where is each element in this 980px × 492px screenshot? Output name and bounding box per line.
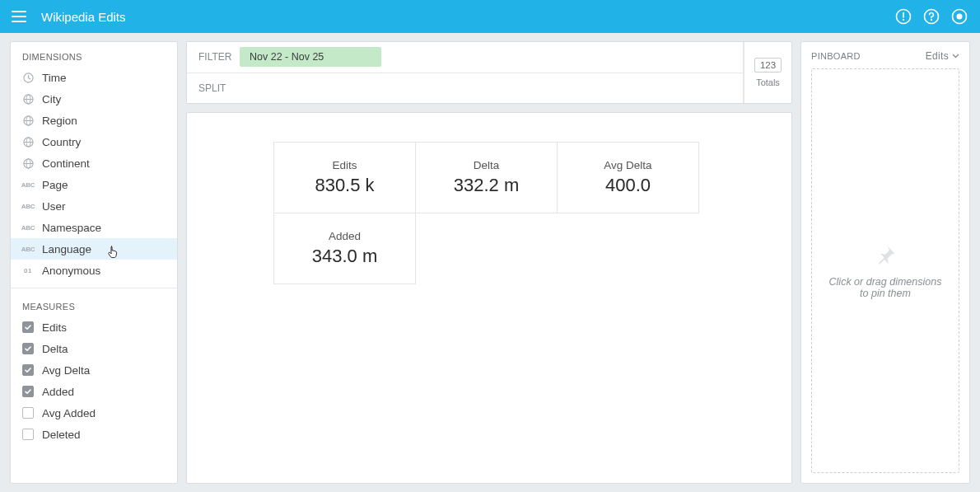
clock-icon xyxy=(22,72,34,83)
globe-icon xyxy=(22,115,34,126)
measure-label: Edits xyxy=(42,321,67,334)
filter-bar[interactable]: FILTER Nov 22 - Nov 25 xyxy=(187,42,744,73)
top-bar: Wikipedia Edits xyxy=(0,0,980,33)
measure-checkbox[interactable] xyxy=(22,407,34,419)
tile-value: 400.0 xyxy=(605,175,651,196)
dimensions-list: TimeCityRegionCountryContinentABCPageABC… xyxy=(11,67,177,281)
canvas: Edits830.5 kDelta332.2 mAvg Delta400.0Ad… xyxy=(186,112,792,484)
svg-point-7 xyxy=(931,19,932,21)
dimension-item[interactable]: Continent xyxy=(11,152,177,174)
dimension-label: Language xyxy=(42,243,91,255)
chevron-down-icon xyxy=(952,54,959,59)
abc-icon: ABC xyxy=(22,222,34,233)
measure-label: Avg Delta xyxy=(42,364,90,377)
dimension-label: Region xyxy=(42,115,77,127)
target-icon[interactable] xyxy=(950,7,968,26)
measure-item[interactable]: Avg Added xyxy=(11,402,177,424)
dimension-item[interactable]: ABCNamespace xyxy=(11,217,177,238)
measure-label: Avg Added xyxy=(42,407,96,419)
measure-checkbox[interactable] xyxy=(22,321,34,333)
svg-point-9 xyxy=(957,14,963,20)
dimension-label: Time xyxy=(42,72,67,84)
tile-title: Avg Delta xyxy=(604,159,651,171)
filter-label: FILTER xyxy=(198,51,240,63)
menu-icon[interactable] xyxy=(12,8,28,25)
totals-grid: Edits830.5 kDelta332.2 mAvg Delta400.0Ad… xyxy=(274,143,699,284)
globe-icon xyxy=(22,93,34,105)
measure-item[interactable]: Delta xyxy=(11,338,177,359)
dimension-item[interactable]: Time xyxy=(11,67,177,88)
dimension-item[interactable]: Region xyxy=(11,110,177,131)
dimension-item[interactable]: ABCUser xyxy=(11,195,177,217)
sidebar: DIMENSIONS TimeCityRegionCountryContinen… xyxy=(10,41,178,484)
total-tile[interactable]: Avg Delta400.0 xyxy=(557,142,699,213)
measure-item[interactable]: Edits xyxy=(11,316,177,338)
split-label: SPLIT xyxy=(198,82,240,94)
split-bar[interactable]: SPLIT xyxy=(187,73,744,104)
abc-icon: ABC xyxy=(22,179,34,190)
main-area: FILTER Nov 22 - Nov 25 SPLIT 123 Totals … xyxy=(186,41,792,484)
pinboard-heading: PINBOARD xyxy=(811,51,861,61)
dimension-label: Anonymous xyxy=(42,265,100,277)
tile-value: 332.2 m xyxy=(454,175,520,196)
measure-label: Deleted xyxy=(42,429,81,441)
dimension-item[interactable]: City xyxy=(11,88,177,110)
totals-box: 123 Totals xyxy=(744,42,791,103)
pinboard-placeholder-1: Click or drag dimensions xyxy=(829,276,942,288)
tile-title: Delta xyxy=(474,159,500,171)
tile-title: Added xyxy=(329,230,361,242)
pinboard-dropzone[interactable]: Click or drag dimensions to pin them xyxy=(811,68,959,473)
filter-pill[interactable]: Nov 22 - Nov 25 xyxy=(240,47,381,67)
measure-item[interactable]: Deleted xyxy=(11,424,177,445)
tile-value: 830.5 k xyxy=(315,175,374,196)
measure-label: Added xyxy=(42,386,74,398)
totals-label: Totals xyxy=(756,77,780,87)
measure-item[interactable]: Added xyxy=(11,381,177,402)
pinboard-measure-label: Edits xyxy=(926,50,949,62)
help-icon[interactable] xyxy=(922,7,940,26)
measure-checkbox[interactable] xyxy=(22,343,34,354)
total-tile[interactable]: Delta332.2 m xyxy=(415,142,558,213)
dimension-label: Page xyxy=(42,179,68,191)
pinboard-panel: PINBOARD Edits Click or drag dimensions … xyxy=(800,41,970,484)
globe-icon xyxy=(22,136,34,148)
dimension-label: Namespace xyxy=(42,222,101,234)
measure-checkbox[interactable] xyxy=(22,429,34,440)
app-title: Wikipedia Edits xyxy=(41,10,126,24)
dimensions-heading: DIMENSIONS xyxy=(11,42,177,67)
dimension-item[interactable]: Country xyxy=(11,131,177,152)
totals-toggle[interactable]: 123 xyxy=(754,58,782,73)
dimension-item[interactable]: ABCPage xyxy=(11,174,177,195)
abc-icon: ABC xyxy=(22,243,34,255)
sidebar-divider xyxy=(11,288,177,288)
dimension-label: City xyxy=(42,93,61,105)
dimension-item[interactable]: 01Anonymous xyxy=(11,260,177,281)
dimension-label: Continent xyxy=(42,157,90,170)
query-bars: FILTER Nov 22 - Nov 25 SPLIT 123 Totals xyxy=(186,41,792,104)
abc-icon: ABC xyxy=(22,200,34,212)
dimension-label: User xyxy=(42,200,66,213)
measures-heading: MEASURES xyxy=(11,292,177,316)
tile-title: Edits xyxy=(332,159,357,171)
pin-icon xyxy=(873,243,898,268)
globe-icon xyxy=(22,157,34,169)
info-icon[interactable] xyxy=(894,7,912,26)
total-tile[interactable]: Edits830.5 k xyxy=(273,142,416,213)
measure-label: Delta xyxy=(42,343,68,355)
pinboard-placeholder-2: to pin them xyxy=(829,288,942,299)
pinboard-measure-select[interactable]: Edits xyxy=(926,50,959,62)
svg-point-5 xyxy=(903,19,904,21)
tile-value: 343.0 m xyxy=(312,246,378,267)
measure-checkbox[interactable] xyxy=(22,386,34,397)
measures-list: EditsDeltaAvg DeltaAddedAvg AddedDeleted xyxy=(11,316,177,445)
measure-item[interactable]: Avg Delta xyxy=(11,359,177,381)
total-tile[interactable]: Added343.0 m xyxy=(273,213,416,284)
dimension-item[interactable]: ABCLanguage xyxy=(11,238,177,260)
dimension-label: Country xyxy=(42,136,81,148)
measure-checkbox[interactable] xyxy=(22,364,34,376)
01-icon: 01 xyxy=(22,265,34,276)
